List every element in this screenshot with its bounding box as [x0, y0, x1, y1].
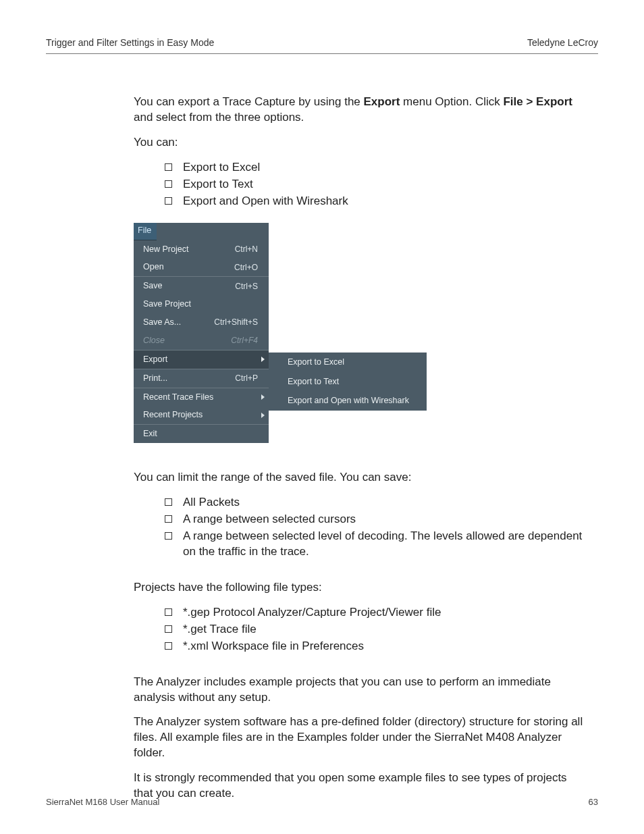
menu-item-label: Recent Projects: [143, 409, 263, 421]
list-item-text: Export to Text: [183, 177, 585, 192]
list-item: Export to Excel: [165, 160, 585, 176]
list-item-text: *.xml Workspace file in Preferences: [183, 639, 585, 654]
file-menu-tab[interactable]: File: [134, 223, 157, 240]
file-menu: File New ProjectCtrl+NOpenCtrl+OSaveCtrl…: [134, 223, 269, 444]
menu-item-shortcut: Ctrl+Shift+S: [214, 317, 263, 328]
menu-item-label: Recent Trace Files: [143, 392, 263, 403]
menu-item-label: Save As...: [143, 317, 214, 328]
menu-item-label: Exit: [143, 428, 263, 440]
menu-item-close: CloseCtrl+F4: [134, 332, 269, 350]
list-item: *.gep Protocol Analyzer/Capture Project/…: [165, 605, 585, 621]
file-types-list: *.gep Protocol Analyzer/Capture Project/…: [134, 605, 585, 654]
page-header: Trigger and Filter Settings in Easy Mode…: [46, 37, 598, 54]
menu-item-open[interactable]: OpenCtrl+O: [134, 258, 269, 276]
file-menu-screenshot: File New ProjectCtrl+NOpenCtrl+OSaveCtrl…: [134, 223, 585, 444]
paragraph-export-intro: You can export a Trace Capture by using …: [134, 95, 585, 126]
list-item-text: *.gep Protocol Analyzer/Capture Project/…: [183, 605, 585, 621]
list-item: Export to Text: [165, 177, 585, 192]
menu-item-label: Export: [143, 354, 263, 365]
header-right: Teledyne LeCroy: [527, 37, 598, 48]
bullet-box-icon: [165, 498, 172, 506]
submenu-arrow-icon: [261, 394, 265, 400]
bullet-box-icon: [165, 515, 172, 523]
menu-item-shortcut: Ctrl+N: [235, 244, 263, 255]
menu-item-save-project[interactable]: Save Project: [134, 295, 269, 313]
header-left: Trigger and Filter Settings in Easy Mode: [46, 37, 214, 48]
footer-left: SierraNet M168 User Manual: [46, 797, 159, 807]
bullet-box-icon: [165, 608, 172, 616]
menu-item-print-[interactable]: Print...Ctrl+P: [134, 369, 269, 388]
bullet-box-icon: [165, 532, 172, 540]
menu-item-recent-trace-files[interactable]: Recent Trace Files: [134, 388, 269, 407]
menu-item-label: Close: [143, 335, 231, 346]
list-item: *.xml Workspace file in Preferences: [165, 639, 585, 654]
menu-item-exit[interactable]: Exit: [134, 424, 269, 443]
page-footer: SierraNet M168 User Manual 63: [0, 797, 644, 807]
menu-item-shortcut: Ctrl+P: [235, 373, 263, 384]
menu-item-export[interactable]: Export: [134, 350, 269, 369]
list-item: A range between selected cursors: [165, 512, 585, 527]
list-item: All Packets: [165, 495, 585, 511]
paragraph-folder-structure: The Analyzer system software has a pre-d…: [134, 714, 585, 761]
paragraph-you-can: You can:: [134, 135, 585, 151]
menu-item-save-as-[interactable]: Save As...Ctrl+Shift+S: [134, 313, 269, 332]
list-item: A range between selected level of decodi…: [165, 529, 585, 560]
menu-item-recent-projects[interactable]: Recent Projects: [134, 406, 269, 424]
submenu-arrow-icon: [261, 357, 265, 362]
submenu-arrow-icon: [261, 413, 265, 418]
list-item: *.get Trace file: [165, 622, 585, 637]
list-item-text: *.get Trace file: [183, 622, 585, 637]
menu-item-new-project[interactable]: New ProjectCtrl+N: [134, 240, 269, 259]
list-item-text: A range between selected level of decodi…: [183, 529, 585, 560]
list-item-text: Export and Open with Wireshark: [183, 194, 585, 209]
menu-item-label: Save: [143, 280, 235, 292]
submenu-item-export-and-open-with-wireshark[interactable]: Export and Open with Wireshark: [269, 391, 427, 411]
menu-item-shortcut: Ctrl+F4: [231, 335, 263, 346]
paragraph-example-projects: The Analyzer includes example projects t…: [134, 675, 585, 706]
list-item: Export and Open with Wireshark: [165, 194, 585, 209]
export-submenu: Export to ExcelExport to TextExport and …: [269, 353, 427, 411]
menu-item-label: New Project: [143, 244, 235, 255]
list-item-text: All Packets: [183, 495, 585, 511]
submenu-item-export-to-excel[interactable]: Export to Excel: [269, 353, 427, 372]
bullet-box-icon: [165, 625, 172, 633]
menu-item-label: Print...: [143, 373, 235, 384]
list-item-text: Export to Excel: [183, 160, 585, 176]
submenu-item-export-to-text[interactable]: Export to Text: [269, 372, 427, 392]
menu-item-label: Open: [143, 261, 234, 273]
menu-item-shortcut: Ctrl+S: [235, 281, 263, 292]
list-item-text: A range between selected cursors: [183, 512, 585, 527]
bullet-box-icon: [165, 197, 172, 205]
export-options-list: Export to ExcelExport to TextExport and …: [134, 160, 585, 209]
footer-right: 63: [589, 797, 598, 807]
bullet-box-icon: [165, 163, 172, 171]
bullet-box-icon: [165, 180, 172, 188]
save-range-list: All PacketsA range between selected curs…: [134, 495, 585, 560]
menu-item-label: Save Project: [143, 298, 263, 310]
menu-item-shortcut: Ctrl+O: [234, 262, 263, 273]
paragraph-file-types: Projects have the following file types:: [134, 580, 585, 596]
bullet-box-icon: [165, 642, 172, 650]
menu-item-save[interactable]: SaveCtrl+S: [134, 276, 269, 295]
paragraph-limit-range: You can limit the range of the saved fil…: [134, 470, 585, 486]
